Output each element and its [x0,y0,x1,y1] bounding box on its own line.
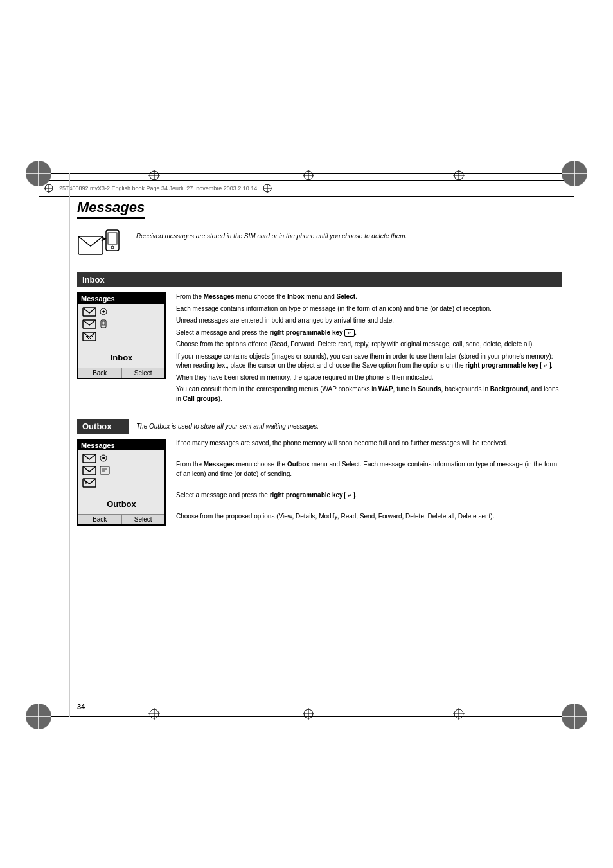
outbox-icon-row-2 [82,465,161,475]
phone-icon-1 [99,319,108,328]
outbox-phone-label: Outbox [78,498,164,510]
corner-circle-top-left [24,159,53,189]
svg-point-9 [111,246,114,249]
svg-rect-27 [100,466,109,474]
outbox-section-content: Messages [77,439,562,526]
inbox-para-8: You can consult them in the correspondin… [176,385,562,403]
outbox-phone-title: Messages [78,440,164,450]
reg-mark-top-3 [452,169,465,183]
outbox-envelope-icon-2 [82,465,96,475]
reg-mark-bottom-2 [302,707,315,722]
outbox-phone-buttons: Back Select [78,514,164,524]
intro-image [77,227,129,262]
outbox-para-4: Choose from the proposed options (View, … [176,512,562,522]
corner-circle-bottom-left [24,702,53,732]
envelope-icon-3 [82,331,96,341]
inbox-para-7: When they have been stored in memory, th… [176,373,562,383]
reg-mark-bottom-1 [148,707,161,722]
outbox-para-2: From the Messages menu choose the Outbox… [176,460,562,479]
outbox-para-1: If too many messages are saved, the phon… [176,439,562,448]
reg-mark-top-2 [302,169,315,183]
envelope-icon-1 [82,306,96,317]
left-margin-line [69,173,70,717]
inbox-back-btn: Back [78,368,122,378]
messages-illustration [77,227,129,262]
svg-marker-15 [103,310,105,313]
corner-circle-bottom-right [560,702,589,732]
outbox-envelope-icon-1 [82,453,96,463]
main-content: Messages Received messages are sto [77,199,562,538]
intro-section: Received messages are stored in the SIM … [77,227,562,262]
inbox-para-5: Choose from the options offered (Read, F… [176,340,562,350]
prog-key-icon-1: ↵ [344,329,355,337]
outbox-phone-icon-2 [99,466,111,475]
header-text: 25T400892 myX3-2 English.book Page 34 Je… [59,185,257,191]
inbox-para-2: Each message contains information on typ… [176,305,562,314]
prog-key-icon-2: ↵ [540,362,551,369]
outbox-icon-row-3 [82,477,161,488]
reg-mark-right [262,183,272,193]
page-title: Messages [77,199,145,219]
reg-mark-top-1 [148,169,161,183]
inbox-para-6: If your message contains objects (images… [176,352,562,371]
inbox-phone-label: Inbox [78,351,164,364]
outbox-back-btn: Back [78,515,122,524]
inbox-section-header: Inbox [77,272,562,287]
outbox-envelope-icon-3 [82,477,96,488]
inbox-phone-title: Messages [78,294,164,304]
outbox-section-header: Outbox [77,419,129,434]
outbox-phone-icons [78,450,164,504]
inbox-icon-row-2 [82,319,161,329]
inbox-section-content: Messages [77,292,562,406]
envelope-icon-2 [82,319,96,329]
outbox-body-text: If too many messages are saved, the phon… [176,439,562,524]
svg-rect-18 [102,321,105,325]
reg-mark-bottom-3 [452,707,465,722]
inbox-phone-buttons: Back Select [78,368,164,378]
inbox-icon-row-1 [82,306,161,317]
outbox-subtitle: The Outbox is used to store all your sen… [136,423,319,430]
outbox-header-row: Outbox The Outbox is used to store all y… [77,419,562,434]
outbox-phone-mockup: Messages [77,439,166,526]
outbox-para-3: Select a message and press the right pro… [176,491,562,500]
outbox-arrow-icon [99,454,108,463]
prog-key-icon-3: ↵ [344,492,355,499]
inbox-select-btn: Select [122,368,165,378]
corner-circle-top-right [560,159,589,189]
inbox-para-1: From the Messages menu choose the Inbox … [176,292,562,302]
inbox-phone-icons [78,304,164,357]
svg-marker-25 [103,457,105,459]
inbox-para-4: Select a message and press the right pro… [176,328,562,338]
outbox-icon-row-1 [82,453,161,463]
right-margin-line [569,173,569,717]
page-number: 34 [77,703,85,711]
outbox-select-btn: Select [122,515,165,524]
inbox-icon-row-3 [82,331,161,341]
inbox-phone-mockup: Messages [77,292,166,379]
page-container: 25T400892 myX3-2 English.book Page 34 Je… [0,0,613,868]
intro-text: Received messages are stored in the SIM … [136,227,407,241]
inbox-body-text: From the Messages menu choose the Inbox … [176,292,562,406]
arrow-icon-1 [99,307,108,316]
inbox-para-3: Unread messages are entered in bold and … [176,316,562,326]
svg-rect-8 [108,233,117,244]
